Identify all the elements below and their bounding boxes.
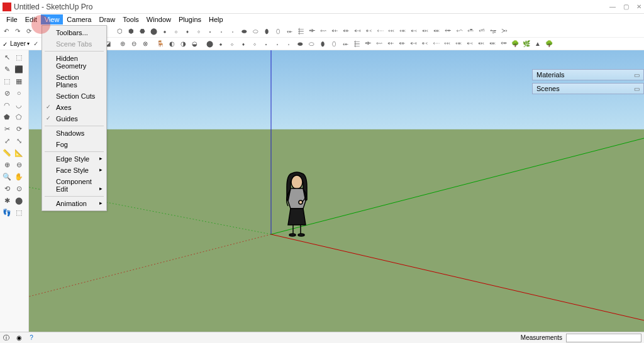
- toolbar-button[interactable]: ⬶: [352, 26, 362, 36]
- menu-draw[interactable]: Draw: [95, 14, 119, 24]
- tool-button[interactable]: ✎: [1, 63, 13, 75]
- menu-plugins[interactable]: Plugins: [175, 14, 205, 24]
- tool-button[interactable]: ↖: [1, 52, 13, 63]
- toolbar-button[interactable]: ⬰: [284, 26, 294, 36]
- toolbar-button[interactable]: ⬫: [228, 26, 238, 36]
- view-menu-fog[interactable]: Fog: [42, 139, 106, 150]
- tool-button[interactable]: ⬟: [1, 111, 13, 122]
- view-menu-shadows[interactable]: Shadows: [42, 128, 106, 139]
- toolbar-button[interactable]: ⭀: [465, 26, 475, 36]
- view-menu-section-cuts[interactable]: Section Cuts: [42, 90, 106, 102]
- toolbar-button[interactable]: ⬫: [284, 39, 294, 49]
- toolbar-button[interactable]: ⬺: [453, 39, 464, 49]
- toolbar-button[interactable]: ⬱: [296, 26, 306, 36]
- toolbar-button[interactable]: ⊗: [140, 39, 150, 49]
- toolbar-button[interactable]: ⬧: [238, 39, 248, 49]
- toolbar-button[interactable]: ⬣: [137, 26, 147, 36]
- toolbar-button[interactable]: ⬽: [431, 26, 441, 36]
- toolbar-button[interactable]: ⬤: [148, 26, 158, 36]
- tool-button[interactable]: ◡: [13, 99, 25, 111]
- toolbar-button[interactable]: ⬥: [160, 26, 170, 36]
- layer-selector[interactable]: ✓ Layer ▾: [3, 40, 30, 47]
- toolbar-button[interactable]: ✓: [31, 39, 41, 49]
- tool-button[interactable]: ⤢: [1, 135, 13, 146]
- toolbar-button[interactable]: ⬽: [487, 39, 497, 49]
- toolbar-button[interactable]: ⬨: [194, 26, 204, 36]
- toolbar-button[interactable]: ⬵: [397, 39, 407, 49]
- view-menu-component-edit[interactable]: Component Edit: [42, 176, 106, 195]
- toolbar-button[interactable]: ⬳: [318, 26, 328, 36]
- toolbar-button[interactable]: ⬭: [306, 39, 316, 49]
- toolbar-button[interactable]: ⬼: [476, 39, 486, 49]
- toolbar-button[interactable]: ⬪: [216, 26, 226, 36]
- toolbar-button[interactable]: ⬬: [295, 39, 305, 49]
- tool-button[interactable]: ▦: [13, 75, 25, 87]
- toolbar-button[interactable]: ⬳: [374, 39, 384, 49]
- toolbar-button[interactable]: ◒: [189, 39, 199, 49]
- tool-button[interactable]: ⟳: [13, 123, 25, 134]
- view-menu-face-style[interactable]: Face Style: [42, 165, 106, 176]
- status-help-icon[interactable]: ?: [26, 333, 36, 343]
- tool-button[interactable]: ✂: [1, 123, 13, 134]
- tool-button[interactable]: 📏: [1, 147, 13, 158]
- tool-button[interactable]: ⬚: [13, 207, 25, 218]
- tool-button[interactable]: ⬠: [13, 111, 25, 122]
- materials-panel-close-icon[interactable]: ▭: [634, 72, 640, 79]
- toolbar-button[interactable]: ⬩: [261, 39, 271, 49]
- tool-button[interactable]: 👣: [1, 207, 13, 218]
- toolbar-button[interactable]: ⬻: [465, 39, 475, 49]
- toolbar-button[interactable]: ⊕: [118, 39, 128, 49]
- status-user-icon[interactable]: ◉: [14, 333, 24, 343]
- toolbar-button[interactable]: ⬸: [375, 26, 385, 36]
- toolbar-button[interactable]: ⬸: [431, 39, 441, 49]
- scenes-panel-header[interactable]: Scenes ▭: [532, 83, 644, 94]
- toolbar-button[interactable]: ⬡: [114, 26, 125, 36]
- toolbar-button[interactable]: ⬭: [250, 26, 260, 36]
- toolbar-button[interactable]: 🌿: [521, 39, 531, 49]
- status-info-icon[interactable]: ⓘ: [1, 333, 11, 343]
- toolbar-button[interactable]: ⊖: [129, 39, 139, 49]
- tool-button[interactable]: ⟲: [1, 183, 13, 194]
- tool-button[interactable]: ⤡: [13, 135, 25, 146]
- tool-button[interactable]: ⬚: [13, 52, 25, 63]
- view-menu-guides[interactable]: Guides: [42, 113, 106, 124]
- toolbar-button[interactable]: ⬲: [307, 26, 317, 36]
- toolbar-button[interactable]: ⬩: [205, 26, 215, 36]
- view-menu-axes[interactable]: Axes: [42, 102, 106, 113]
- toolbar-button[interactable]: ⬹: [386, 26, 396, 36]
- view-menu-toolbars-[interactable]: Toolbars...: [42, 27, 106, 38]
- menu-help[interactable]: Help: [205, 14, 227, 24]
- toolbar-button[interactable]: ⬿: [454, 26, 464, 36]
- tool-button[interactable]: ⊘: [1, 87, 13, 99]
- toolbar-button[interactable]: ⬺: [397, 26, 408, 36]
- menu-window[interactable]: Window: [143, 14, 175, 24]
- toolbar-button[interactable]: ⭃: [499, 26, 509, 36]
- tool-button[interactable]: 🔍: [1, 171, 13, 182]
- toolbar-button[interactable]: ⬶: [408, 39, 418, 49]
- toolbar-button[interactable]: ◐: [167, 39, 177, 49]
- toolbar-button[interactable]: ↶: [1, 26, 11, 36]
- menu-file[interactable]: File: [3, 14, 21, 24]
- tool-button[interactable]: 📐: [13, 147, 25, 158]
- toolbar-button[interactable]: ⬬: [239, 26, 249, 36]
- toolbar-button[interactable]: ⬷: [364, 26, 374, 36]
- toolbar-button[interactable]: ⬮: [318, 39, 328, 49]
- toolbar-button[interactable]: ⭂: [488, 26, 498, 36]
- maximize-button[interactable]: ▢: [623, 3, 629, 10]
- toolbar-button[interactable]: 🌳: [510, 39, 520, 49]
- toolbar-button[interactable]: ⬰: [340, 39, 350, 49]
- toolbar-button[interactable]: ⬱: [352, 39, 362, 49]
- toolbar-button[interactable]: ⬢: [126, 26, 136, 36]
- menu-camera[interactable]: Camera: [63, 14, 95, 24]
- viewport[interactable]: Materials ▭ Scenes ▭: [29, 50, 644, 332]
- view-menu-hidden-geometry[interactable]: Hidden Geometry: [42, 53, 106, 72]
- toolbar-button[interactable]: ⬾: [499, 39, 509, 49]
- materials-panel-header[interactable]: Materials ▭: [532, 69, 644, 80]
- toolbar-button[interactable]: ⬴: [330, 26, 340, 36]
- toolbar-button[interactable]: ⭁: [477, 26, 487, 36]
- tool-button[interactable]: ⬤: [13, 195, 25, 206]
- toolbar-button[interactable]: ⬤: [204, 39, 214, 49]
- view-menu-animation[interactable]: Animation: [42, 198, 106, 209]
- view-menu-edge-style[interactable]: Edge Style: [42, 153, 106, 165]
- toolbar-button[interactable]: ⬯: [329, 39, 339, 49]
